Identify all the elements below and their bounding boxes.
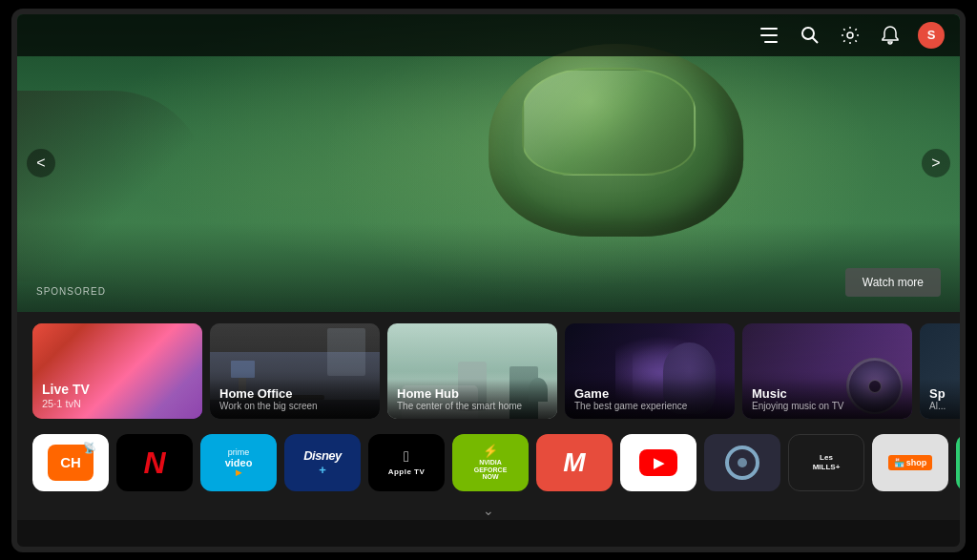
card-music-text: Music Enjoying music on TV <box>742 379 912 419</box>
card-home-hub[interactable]: Home Hub The center of the smart home <box>387 323 557 419</box>
sp-subtitle: Al... <box>929 401 960 411</box>
home-hub-title: Home Hub <box>397 386 548 401</box>
app-shop[interactable]: 🏪shop <box>872 434 948 491</box>
app-disney[interactable]: Disney + <box>284 434 361 491</box>
app-appletv[interactable]:  Apple TV <box>368 434 445 491</box>
card-music[interactable]: Music Enjoying music on TV <box>742 323 912 419</box>
watch-more-button[interactable]: Watch more <box>845 268 941 297</box>
top-bar: S <box>17 14 960 56</box>
card-home-office-text: Home Office Work on the big screen <box>210 379 380 419</box>
app-sansar[interactable] <box>704 434 780 491</box>
live-tv-title: Live TV <box>42 382 193 398</box>
svg-point-3 <box>802 28 814 39</box>
live-tv-subtitle: 25·1 tvN <box>42 398 193 409</box>
svg-rect-0 <box>760 28 778 30</box>
music-title: Music <box>752 386 903 401</box>
app-apps[interactable] <box>956 434 960 491</box>
home-office-title: Home Office <box>219 386 370 401</box>
app-masterclass[interactable]: M <box>536 434 613 491</box>
svg-rect-2 <box>764 41 778 43</box>
search-icon[interactable] <box>798 23 822 48</box>
card-game[interactable]: Game The best game experience <box>565 323 735 419</box>
apps-section: CH 📡 N prime video ▶ Disney + <box>17 426 960 501</box>
chevron-down-icon: ⌄ <box>483 503 494 518</box>
sponsored-label: SPONSORED <box>36 286 106 297</box>
svg-point-5 <box>847 32 853 38</box>
app-youtube[interactable]: ▶ <box>620 434 696 491</box>
menu-icon[interactable] <box>758 23 782 48</box>
app-netflix[interactable]: N <box>116 434 193 491</box>
sp-title: Sp <box>929 386 960 401</box>
card-home-office[interactable]: Home Office Work on the big screen <box>210 323 380 419</box>
prev-button[interactable]: < <box>27 149 55 177</box>
card-sp-text: Sp Al... <box>920 379 960 419</box>
card-sp[interactable]: Sp Al... <box>920 323 960 419</box>
svg-rect-1 <box>760 34 778 36</box>
music-subtitle: Enjoying music on TV <box>752 401 903 411</box>
next-button[interactable]: > <box>922 149 950 177</box>
card-game-text: Game The best game experience <box>565 379 735 419</box>
app-ch[interactable]: CH 📡 <box>32 434 109 491</box>
svg-line-4 <box>813 37 819 43</box>
home-hub-subtitle: The center of the smart home <box>397 401 548 411</box>
game-subtitle: The best game experience <box>574 401 725 411</box>
card-live-tv[interactable]: LIVE Live TV 25·1 tvN <box>32 323 202 419</box>
notification-icon[interactable] <box>878 23 903 48</box>
avatar[interactable]: S <box>918 22 945 49</box>
app-lesmills[interactable]: LesMILLS+ <box>788 434 864 491</box>
home-office-subtitle: Work on the big screen <box>219 401 370 411</box>
bottom-bar: ⌄ <box>17 501 960 520</box>
cards-section: LIVE Live TV 25·1 tvN Home Office <box>17 312 960 426</box>
card-home-hub-text: Home Hub The center of the smart home <box>387 379 557 419</box>
game-title: Game <box>574 386 725 401</box>
settings-icon[interactable] <box>838 23 863 48</box>
app-geforce[interactable]: ⚡ NVIDIAGEFORCENOW <box>452 434 529 491</box>
app-prime[interactable]: prime video ▶ <box>200 434 277 491</box>
tv-frame: S < > SPONSORED Watch more LIVE Live TV … <box>11 9 966 552</box>
hero-banner: < > SPONSORED Watch more <box>17 14 960 312</box>
